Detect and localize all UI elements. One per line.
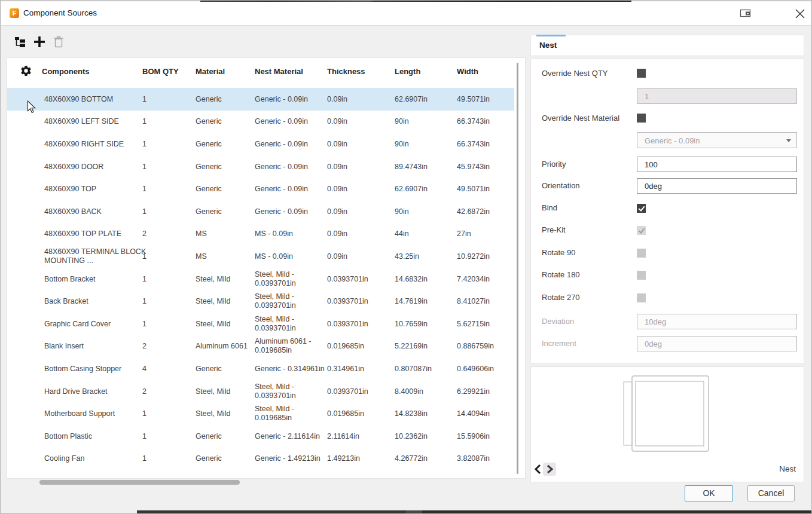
table-cell: 0.886759in — [457, 342, 514, 351]
table-cell: 45.9743in — [457, 162, 514, 171]
window-title: Component Sources — [23, 8, 97, 17]
table-cell: 14.8238in — [395, 409, 454, 418]
table-row[interactable]: 48X60X90 DOOR1GenericGeneric - 0.09in0.0… — [7, 155, 514, 178]
table-row[interactable]: 48X60X90 BACK1GenericGeneric - 0.09in0.0… — [7, 200, 514, 223]
table-cell: Generic — [196, 139, 253, 148]
nest-material-dropdown-value: Generic - 0.09in — [645, 136, 700, 145]
chevron-left-icon[interactable] — [533, 463, 543, 476]
table-row[interactable]: Bottom Plastic1GenericGeneric - 2.11614i… — [7, 425, 514, 448]
table-cell: Bottom Bracket — [44, 274, 147, 283]
dock-panel-icon[interactable] — [739, 8, 752, 19]
delete-icon[interactable] — [53, 35, 64, 51]
chevron-right-icon[interactable] — [543, 463, 556, 476]
table-header: Components BOM QTY Material Nest Materia… — [7, 58, 525, 88]
table-row[interactable]: Motherboard Support1Steel, MildSteel, Mi… — [7, 402, 514, 425]
priority-input[interactable] — [637, 157, 797, 172]
column-header-thickness: Thickness — [327, 67, 365, 76]
table-cell: 27in — [457, 230, 514, 238]
column-header-bom-qty: BOM QTY — [142, 67, 179, 76]
deviation-label: Deviation — [542, 317, 574, 326]
nest-settings-form: Override Nest QTY Override Nest Material… — [530, 59, 804, 363]
table-cell: 1 — [142, 117, 190, 126]
table-cell: 66.3743in — [457, 139, 514, 148]
table-cell: Blank Insert — [44, 342, 147, 351]
orientation-label: Orientation — [542, 181, 580, 190]
preview-caption: Nest — [779, 464, 796, 473]
table-cell: 0.0393701in — [327, 319, 393, 328]
table-row[interactable]: Graphic Card Cover1Steel, MildSteel, Mil… — [7, 313, 514, 335]
table-cell: 0.09in — [327, 162, 393, 171]
table-cell: Back Bracket — [44, 297, 147, 306]
table-row[interactable]: Bottom Bracket1Steel, MildSteel, Mild - … — [7, 268, 514, 290]
table-cell: MS - 0.09in — [255, 252, 325, 261]
cancel-button[interactable]: Cancel — [747, 485, 795, 501]
table-row[interactable]: 48X60X90 TERMINAL BLOCK MOUNTING ...1MSM… — [7, 245, 514, 268]
gear-icon[interactable] — [20, 65, 32, 77]
table-cell: 10.9272in — [457, 252, 514, 261]
table-cell: 62.6907in — [395, 185, 454, 194]
table-cell: 0.09in — [327, 207, 393, 216]
table-cell: 0.09in — [327, 117, 393, 126]
table-cell: 48X60X90 RIGHT SIDE — [44, 139, 147, 148]
bind-label: Bind — [542, 203, 557, 212]
table-cell: 0.0393701in — [327, 297, 393, 306]
table-cell: 1 — [142, 185, 190, 194]
table-cell: 48X60X90 DOOR — [44, 162, 147, 171]
vertical-scrollbar[interactable] — [517, 63, 518, 474]
table-row[interactable]: Generic - — [7, 470, 514, 479]
horizontal-scrollbar[interactable] — [39, 480, 240, 485]
increment-label: Increment — [542, 339, 576, 348]
bind-checkbox[interactable] — [637, 204, 646, 213]
table-row[interactable]: Hard Drive Bracket2Steel, MildSteel, Mil… — [7, 380, 514, 403]
tab-nest-label: Nest — [539, 41, 557, 50]
table-row[interactable]: Cooling Fan1GenericGeneric - 1.49213in1.… — [7, 448, 514, 470]
tab-nest[interactable]: Nest — [530, 35, 804, 56]
table-cell: 0.019685in — [327, 342, 393, 351]
table-cell: Generic — [196, 207, 253, 216]
table-cell: Aluminum 6061 — [196, 342, 253, 351]
table-cell: Steel, Mild — [196, 409, 253, 418]
caret-down-icon — [786, 139, 791, 142]
table-cell: 10.7659in — [395, 319, 454, 328]
table-cell: 2 — [142, 342, 190, 351]
table-row[interactable]: Back Bracket1Steel, MildSteel, Mild - 0.… — [7, 290, 514, 313]
table-cell: 48X60X90 TOP PLATE — [44, 230, 147, 238]
table-cell: Hard Drive Bracket — [44, 387, 147, 396]
override-nest-qty-checkbox[interactable] — [637, 69, 646, 78]
table-cell: Generic - 0.09in — [255, 117, 325, 126]
table-cell: 1 — [142, 319, 190, 328]
table-cell: Steel, Mild - 0.0393701in — [255, 383, 325, 400]
table-row[interactable]: 48X60X90 BOTTOM1GenericGeneric - 0.09in0… — [7, 88, 514, 111]
close-icon[interactable] — [794, 8, 806, 20]
bom-structure-icon[interactable] — [14, 36, 26, 50]
override-nest-material-checkbox[interactable] — [637, 114, 646, 123]
table-cell: Steel, Mild — [196, 274, 253, 283]
table-cell: Generic - 0.09in — [255, 185, 325, 194]
orientation-input[interactable] — [637, 178, 797, 194]
table-cell: Generic — [196, 364, 253, 373]
table-row[interactable]: 48X60X90 RIGHT SIDE1GenericGeneric - 0.0… — [7, 133, 514, 155]
table-cell: Steel, Mild — [196, 297, 253, 306]
ok-button[interactable]: OK — [685, 485, 733, 501]
table-row[interactable]: 48X60X90 LEFT SIDE1GenericGeneric - 0.09… — [7, 111, 514, 133]
table-cell: Generic - — [255, 476, 325, 479]
add-icon[interactable] — [33, 35, 46, 51]
table-row[interactable]: Bottom Casing Stopper4GenericGeneric - 0… — [7, 357, 514, 380]
table-cell: Generic — [196, 162, 253, 171]
table-cell: 2 — [142, 230, 190, 238]
table-cell: Generic — [196, 94, 253, 103]
deviation-input — [637, 314, 797, 329]
column-header-components: Components — [42, 67, 89, 76]
table-cell: Generic - 0.09in — [255, 162, 325, 171]
table-cell: Generic — [196, 432, 253, 440]
rotate-180-label: Rotate 180 — [542, 270, 580, 279]
table-row[interactable]: Blank Insert2Aluminum 6061Aluminum 6061 … — [7, 335, 514, 358]
table-cell: 6.29921in — [457, 387, 514, 396]
table-cell: 3.82087in — [457, 454, 514, 463]
table-row[interactable]: 48X60X90 TOP1GenericGeneric - 0.09in0.09… — [7, 178, 514, 200]
column-header-material: Material — [196, 67, 225, 76]
nest-qty-input — [637, 88, 797, 104]
table-row[interactable]: 48X60X90 TOP PLATE2MSMS - 0.09in0.09in44… — [7, 223, 514, 246]
table-cell: 15.5906in — [457, 432, 514, 440]
table-cell: 8.4009in — [395, 387, 454, 396]
